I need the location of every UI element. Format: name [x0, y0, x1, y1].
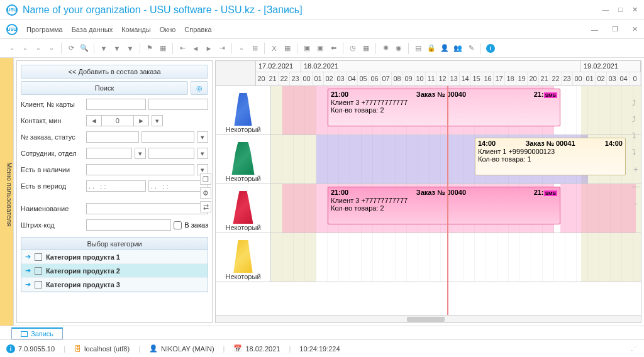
event-order-41[interactable]: 14:00Заказ № 0004114:00 Клиент 1 +999900… [475, 138, 626, 175]
tool-nav-next-icon[interactable]: ► [203, 43, 214, 54]
timeline-grid[interactable]: 21:00Заказ № 0004021:SMS Клиент 3 +77777… [271, 86, 641, 315]
menu-help[interactable]: Справка [184, 26, 211, 33]
resource-cell-1[interactable]: Некоторый [216, 86, 271, 135]
status-dd-icon[interactable]: ▾ [197, 131, 208, 143]
tool-copy-icon[interactable]: ▫ [46, 43, 57, 54]
contact-prev-icon[interactable]: ◄ [86, 115, 102, 126]
tool-exit-icon[interactable]: ⬅ [328, 43, 339, 54]
vtool-down-icon[interactable]: ⤵ [632, 131, 640, 140]
resize-grip-icon[interactable]: ⋰ [631, 344, 638, 353]
day-header-3[interactable]: 19.02.2021 [581, 61, 641, 72]
tool-import-icon[interactable]: ▫ [236, 43, 247, 54]
tool-nav-last-icon[interactable]: ⇥ [216, 43, 228, 54]
tool-window1-icon[interactable]: ▣ [301, 43, 313, 54]
period-from-input[interactable] [86, 180, 146, 192]
menu-database[interactable]: База данных [72, 26, 113, 33]
tab-record[interactable]: Запись [11, 327, 63, 339]
contact-next-icon[interactable]: ► [133, 115, 149, 126]
tool-color-icon[interactable]: ◉ [393, 43, 404, 54]
tool-tree-icon[interactable]: ⊞ [249, 43, 260, 54]
vtool-mid-icon[interactable]: — [632, 182, 640, 191]
cat-checkbox[interactable] [35, 281, 42, 288]
vtool-zoomin-icon[interactable]: ＋ [632, 164, 640, 175]
add-to-order-button[interactable]: << Добавить в состав заказа [21, 65, 208, 79]
database-icon: 🗄 [74, 345, 81, 353]
tool-nav-prev-icon[interactable]: ◄ [190, 43, 201, 54]
menu-program[interactable]: Программа [26, 26, 63, 33]
tool-excel-icon[interactable]: X [269, 43, 280, 54]
tool-filter-icon[interactable]: ▼ [98, 43, 109, 54]
tool-user1-icon[interactable]: 👤 [439, 43, 450, 54]
resource-header [216, 61, 256, 85]
tool-search-icon[interactable]: 🔍 [79, 43, 90, 54]
search-target-icon[interactable]: ◎ [191, 81, 208, 95]
vtool-down2-icon[interactable]: ⤵ [632, 148, 640, 157]
barcode-input[interactable] [86, 219, 171, 231]
menu-window[interactable]: Окно [160, 26, 176, 33]
minimize-icon[interactable]: — [602, 6, 609, 13]
tool-new-icon[interactable]: ▫ [6, 43, 18, 54]
category-header: Выбор категории [21, 238, 208, 250]
side-link-icon[interactable]: ⇄ [200, 201, 211, 212]
side-copy-icon[interactable]: ❐ [200, 173, 211, 185]
side-gear-icon[interactable]: ⚙ [200, 187, 211, 199]
menu-commands[interactable]: Команды [121, 26, 151, 33]
period-to-input[interactable] [148, 180, 208, 192]
mdi-restore-icon[interactable]: ❐ [612, 25, 618, 33]
tool-rss-icon[interactable]: ▤ [413, 43, 424, 54]
tool-refresh-icon[interactable]: ⟳ [65, 43, 77, 54]
instock-input[interactable] [86, 164, 194, 175]
category-row-2[interactable]: ➔ Категория продукта 2 [21, 264, 208, 278]
vtool-up2-icon[interactable]: ⤴ [632, 115, 640, 124]
mdi-close-icon[interactable]: ✕ [632, 25, 638, 33]
contact-dd-icon[interactable]: ▾ [152, 115, 163, 126]
tool-window2-icon[interactable]: ▣ [314, 43, 326, 54]
order-num-input[interactable] [86, 131, 139, 143]
tool-image-icon[interactable]: ▦ [157, 43, 169, 54]
cat-checkbox[interactable] [35, 253, 42, 261]
tool-nav-first-icon[interactable]: ⇤ [177, 43, 188, 54]
name-input[interactable] [86, 203, 208, 214]
card-input[interactable] [148, 99, 208, 110]
mdi-minimize-icon[interactable]: — [591, 26, 598, 33]
dept-dd-icon[interactable]: ▾ [197, 148, 208, 159]
tool-gear-icon[interactable]: ✺ [380, 43, 391, 54]
event-order-40b[interactable]: 21:00Заказ № 0004021:SMS Клиент 3 +77777… [328, 187, 560, 224]
category-row-3[interactable]: ➔ Категория продукта 3 [21, 278, 208, 292]
search-button[interactable]: Поиск [21, 81, 188, 95]
resource-cell-2[interactable]: Некоторый [216, 135, 271, 184]
tool-filter3-icon[interactable]: ▼ [125, 43, 136, 54]
tool-chart-icon[interactable]: ▦ [282, 43, 293, 54]
tool-open-icon[interactable]: ▫ [19, 43, 31, 54]
vtool-zoomout-icon[interactable]: － [632, 199, 640, 209]
status-input[interactable] [142, 131, 194, 143]
info-icon[interactable]: i [6, 344, 15, 353]
dept-input[interactable] [148, 148, 194, 159]
tool-save-icon[interactable]: ▫ [33, 43, 44, 54]
cat-checkbox[interactable] [35, 267, 42, 275]
tool-filter2-icon[interactable]: ▼ [111, 43, 123, 54]
tool-user2-icon[interactable]: 👥 [452, 43, 464, 54]
h-scrollbar[interactable] [216, 315, 641, 322]
day-header-1[interactable]: 17.02.2021 [256, 61, 301, 72]
tool-edit-icon[interactable]: ✎ [465, 43, 477, 54]
maximize-icon[interactable]: □ [618, 6, 623, 13]
resource-cell-3[interactable]: Некоторый [216, 184, 271, 233]
resource-cell-4[interactable]: Некоторый [216, 233, 271, 282]
tool-calendar-icon[interactable]: ▦ [360, 43, 372, 54]
tool-flag-icon[interactable]: ⚑ [144, 43, 155, 54]
user-menu-tab[interactable]: Меню пользователя [0, 58, 14, 326]
employee-dd-icon[interactable]: ▾ [135, 148, 146, 159]
close-icon[interactable]: ✕ [632, 6, 638, 13]
category-row-1[interactable]: ➔ Категория продукта 1 [21, 250, 208, 264]
tool-info-icon[interactable]: i [485, 43, 496, 54]
vtool-up-icon[interactable]: ⤴ [632, 99, 640, 107]
client-input[interactable] [86, 99, 146, 110]
day-header-2[interactable]: 18.02.2021 [301, 61, 581, 72]
tool-lock-icon[interactable]: 🔒 [426, 43, 437, 54]
employee-input[interactable] [86, 148, 132, 159]
tool-clock-icon[interactable]: ◷ [347, 43, 358, 54]
contact-value[interactable]: 0 [102, 115, 133, 126]
in-order-checkbox[interactable] [174, 221, 182, 229]
event-order-40[interactable]: 21:00Заказ № 0004021:SMS Клиент 3 +77777… [328, 89, 560, 126]
